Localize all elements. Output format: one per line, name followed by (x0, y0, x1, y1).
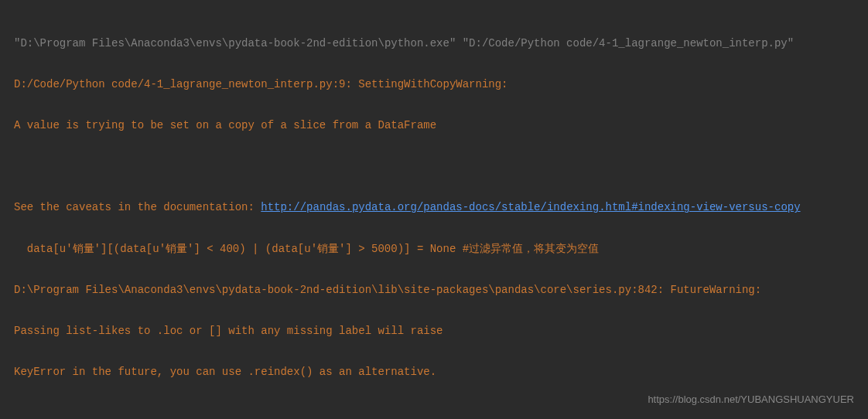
warning-blank-1 (14, 156, 854, 177)
warning-message-1: A value is trying to be set on a copy of… (14, 115, 854, 136)
doc-link-1[interactable]: http://pandas.pydata.org/pandas-docs/sta… (261, 201, 800, 213)
warning-location-1: D:/Code/Python code/4-1_lagrange_newton_… (14, 74, 854, 95)
warning-code-1: data[u'销量'][(data[u'销量'] < 400) | (data[… (14, 239, 854, 260)
warning-message-2b: KeyError in the future, you can use .rei… (14, 362, 854, 383)
caveats-text-1: See the caveats in the documentation: (14, 201, 261, 213)
console-output: "D:\Program Files\Anaconda3\envs\pydata-… (14, 12, 854, 419)
warning-message-2a: Passing list-likes to .loc or [] with an… (14, 321, 854, 342)
warning-caveats-1: See the caveats in the documentation: ht… (14, 197, 854, 218)
watermark: https://blog.csdn.net/YUBANGSHUANGYUER (648, 390, 854, 410)
warning-location-2: D:\Program Files\Anaconda3\envs\pydata-b… (14, 280, 854, 301)
command-line: "D:\Program Files\Anaconda3\envs\pydata-… (14, 33, 854, 54)
